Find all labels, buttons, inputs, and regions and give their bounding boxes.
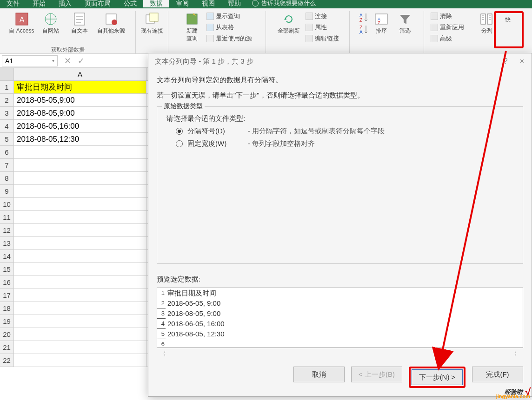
row-header[interactable]: 15: [0, 263, 13, 276]
cell[interactable]: [14, 198, 146, 210]
row-header[interactable]: 22: [0, 354, 13, 367]
name-box[interactable]: A1 ▾: [2, 55, 58, 66]
cancel-button[interactable]: 取消: [293, 367, 345, 382]
ribbon-text-to-columns[interactable]: 分列: [475, 11, 499, 35]
preview-pane: 1审批日期及时间22018-05-05, 9:0032018-08-05, 9:…: [157, 288, 523, 348]
cell[interactable]: 2018-06-05,16:00: [14, 120, 146, 132]
cell[interactable]: [14, 250, 146, 262]
select-all-corner[interactable]: [0, 68, 13, 81]
dropdown-icon[interactable]: ▾: [52, 58, 54, 63]
cell[interactable]: 2018-05-05,9:00: [14, 94, 146, 106]
row-header[interactable]: 16: [0, 276, 13, 289]
dialog-close-button[interactable]: ×: [520, 57, 524, 66]
cell[interactable]: [14, 237, 146, 249]
cell[interactable]: [14, 276, 146, 289]
radio-fixed-label: 固定宽度(W): [187, 139, 243, 148]
ribbon-clear[interactable]: 清除: [429, 11, 466, 21]
ribbon-recent[interactable]: 最近使用的源: [205, 33, 254, 44]
menu-file[interactable]: 文件: [0, 0, 26, 7]
cell[interactable]: [14, 172, 146, 184]
ribbon-from-access[interactable]: A 自 Access: [8, 11, 36, 35]
menu-layout[interactable]: 页面布局: [78, 0, 117, 7]
ribbon-show-query[interactable]: 显示查询: [205, 11, 254, 21]
svg-text:Z: Z: [378, 20, 380, 25]
cancel-icon[interactable]: ✕: [64, 56, 71, 66]
confirm-icon[interactable]: ✓: [78, 56, 85, 66]
cell[interactable]: [14, 354, 146, 367]
cell[interactable]: [14, 341, 146, 354]
cell[interactable]: [14, 224, 146, 236]
fromtable-icon: [206, 24, 214, 31]
menu-formula[interactable]: 公式: [117, 0, 143, 7]
row-header[interactable]: 17: [0, 289, 13, 302]
prev-step-button[interactable]: < 上一步(B): [351, 367, 402, 382]
menu-help[interactable]: 帮助: [221, 0, 247, 7]
preview-hscroll[interactable]: 〈〉: [157, 348, 523, 360]
ribbon-from-text[interactable]: 自文本: [66, 11, 93, 35]
preview-line: 6: [157, 339, 523, 348]
cell[interactable]: [14, 289, 146, 302]
row-header[interactable]: 5: [0, 133, 13, 146]
row-header[interactable]: 8: [0, 172, 13, 185]
ribbon-reapply[interactable]: 重新应用: [429, 22, 466, 33]
row-header[interactable]: 20: [0, 328, 13, 341]
cell[interactable]: [14, 302, 146, 315]
cell[interactable]: [14, 315, 146, 328]
row-header[interactable]: 11: [0, 211, 13, 224]
ribbon-advanced[interactable]: 高级: [429, 33, 466, 44]
cell[interactable]: [14, 159, 146, 171]
row-header[interactable]: 21: [0, 341, 13, 354]
next-step-button[interactable]: 下一步(N) >: [412, 369, 463, 385]
row-header[interactable]: 10: [0, 198, 13, 211]
ribbon-from-table[interactable]: 从表格: [205, 22, 254, 33]
row-header[interactable]: 19: [0, 315, 13, 328]
menu-review[interactable]: 审阅: [169, 0, 195, 7]
svg-rect-3: [74, 13, 85, 25]
row-header[interactable]: 7: [0, 159, 13, 172]
dialog-help-button[interactable]: ?: [504, 57, 508, 66]
row-header[interactable]: 12: [0, 224, 13, 237]
ribbon-sort[interactable]: AZ 排序: [370, 11, 393, 35]
tell-me[interactable]: 告诉我您想要做什么: [247, 0, 320, 7]
ribbon-filter[interactable]: 筛选: [394, 11, 416, 35]
ribbon-data: A 自 Access 自网站 自文本 自其他来源 获取外部数据 现有连接: [0, 8, 532, 54]
sort-za-icon[interactable]: ZA: [358, 24, 369, 35]
row-header[interactable]: 18: [0, 302, 13, 315]
menu-insert[interactable]: 插入: [52, 0, 78, 7]
row-header[interactable]: 13: [0, 237, 13, 250]
ribbon-properties[interactable]: 属性: [304, 22, 341, 33]
cell[interactable]: [14, 263, 146, 275]
ribbon-edit-links[interactable]: 编辑链接: [304, 33, 341, 44]
cell[interactable]: 2018-08-05,12:30: [14, 133, 146, 145]
dialog-desc-2: 若一切设置无误，请单击"下一步"，否则请选择最合适的数据类型。: [157, 91, 523, 100]
row-header[interactable]: 1: [0, 81, 13, 94]
row-header[interactable]: 3: [0, 107, 13, 120]
cell[interactable]: 审批日期及时间: [14, 81, 146, 93]
cell[interactable]: [14, 185, 146, 197]
cell[interactable]: 2018-08-05,9:00: [14, 107, 146, 119]
radio-fixed-width[interactable]: [176, 140, 183, 147]
row-header[interactable]: 6: [0, 146, 13, 159]
row-header[interactable]: 2: [0, 94, 13, 107]
ribbon-existing-conn[interactable]: 现有连接: [138, 11, 166, 35]
ribbon-refresh-all[interactable]: 全部刷新: [275, 11, 303, 35]
row-header[interactable]: 4: [0, 120, 13, 133]
tell-me-label: 告诉我您想要做什么: [261, 0, 316, 7]
ribbon-from-other[interactable]: 自其他来源: [94, 11, 128, 35]
row-header[interactable]: 9: [0, 185, 13, 198]
ribbon-connections[interactable]: 连接: [304, 11, 341, 21]
cell[interactable]: [14, 146, 146, 158]
row-header[interactable]: 14: [0, 250, 13, 263]
ribbon-from-web[interactable]: 自网站: [37, 11, 65, 35]
radio-delimited[interactable]: [176, 128, 183, 135]
col-header-A[interactable]: A: [14, 68, 146, 80]
cell[interactable]: [14, 328, 146, 341]
menu-data[interactable]: 数据: [143, 0, 169, 7]
ribbon-new-query[interactable]: 新建 查询: [180, 11, 204, 43]
sort-az-icon[interactable]: AZ: [358, 12, 369, 23]
bulb-icon: [252, 0, 259, 7]
finish-button[interactable]: 完成(F): [472, 367, 523, 382]
menu-view[interactable]: 视图: [195, 0, 221, 7]
cell[interactable]: [14, 211, 146, 223]
menu-start[interactable]: 开始: [26, 0, 52, 7]
